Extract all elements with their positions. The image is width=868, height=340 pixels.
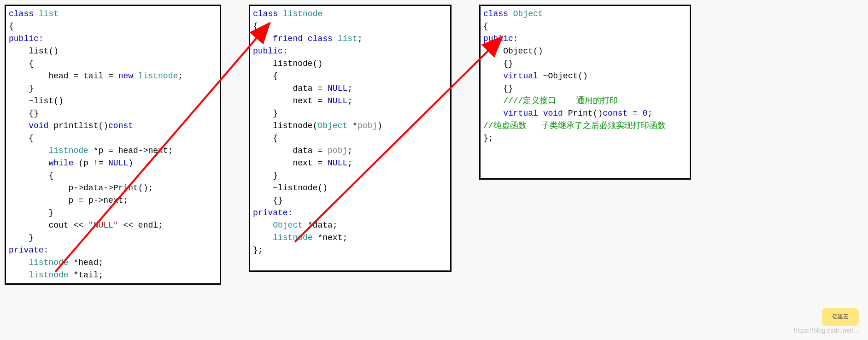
text: data = (253, 84, 328, 93)
brace: } (9, 208, 53, 217)
text: head = tail = (9, 71, 118, 81)
type-listnode: listnode (48, 146, 93, 155)
kw-while: while (48, 158, 78, 168)
str-null: "NULL" (88, 221, 123, 230)
kw-public: public: (483, 34, 518, 43)
text: ; (347, 84, 352, 93)
dtor-list: ~list() (9, 96, 64, 106)
text: data = (253, 146, 328, 155)
text: ) (128, 158, 133, 168)
text: * (352, 121, 358, 130)
kw-new: new (118, 71, 138, 81)
text: ; (648, 109, 653, 118)
indent (483, 109, 503, 118)
brace: { (483, 22, 488, 31)
lit-null: NULL (328, 158, 347, 168)
brace: } (253, 171, 278, 180)
member-next: *next; (317, 233, 347, 242)
comment-interface: ////定义接口 通用的打印 (483, 96, 618, 106)
kw-class: class (253, 9, 283, 18)
kw-friend-class: friend class (273, 34, 337, 43)
brace: { (9, 59, 34, 68)
kw-public: public: (9, 34, 44, 43)
stmt-next: p = p->next; (9, 196, 128, 205)
indent (483, 71, 503, 81)
code-panel-list: class list { public: list() { head = tai… (5, 5, 221, 285)
lit-zero: 0 (643, 109, 648, 118)
type-listnode: listnode (138, 71, 178, 81)
brace: } (9, 84, 34, 93)
text: listnode( (253, 121, 317, 130)
kw-const: const (603, 109, 633, 118)
indent (253, 233, 273, 242)
empty-body: {} (483, 59, 513, 68)
lit-null: NULL (328, 96, 347, 106)
empty-body: {} (253, 196, 283, 205)
fn-printlist: printlist() (53, 121, 108, 130)
comment-pure-virtual: //纯虚函数 子类继承了之后必须实现打印函数 (483, 121, 666, 130)
member-tail: *tail; (73, 270, 103, 280)
kw-class: class (9, 9, 39, 18)
indent (9, 270, 29, 280)
kw-virtual-void: virtual void (503, 109, 568, 118)
close: }; (483, 134, 493, 143)
code-panel-listnode: class listnode { friend class list; publ… (249, 5, 452, 272)
site-badge: 亿速云 (822, 308, 859, 326)
type-object: Object (317, 121, 352, 130)
lit-null: NULL (328, 84, 347, 93)
text: << endl; (123, 221, 163, 230)
kw-public: public: (253, 47, 288, 56)
lit-null: NULL (108, 158, 128, 168)
text: ; (347, 96, 352, 106)
text: = (633, 109, 643, 118)
kw-void: void (29, 121, 53, 130)
brace: } (9, 233, 34, 242)
param-pobj: pobj (328, 146, 347, 155)
text: ) (377, 121, 382, 130)
text: ; (347, 158, 352, 168)
fn-print: Print() (568, 109, 603, 118)
code-panel-object: class Object { public: Object() {} virtu… (479, 5, 691, 180)
code-block-listnode: class listnode { friend class list; publ… (253, 8, 447, 257)
brace: { (253, 71, 278, 81)
indent (9, 146, 48, 155)
stmt-print: p->data->Print(); (9, 183, 153, 193)
text: cout << (9, 221, 88, 230)
empty-body: {} (9, 109, 39, 118)
indent (253, 34, 273, 43)
dtor-listnode: ~listnode() (253, 183, 328, 193)
member-data: *data; (308, 221, 338, 230)
watermark-text: https://blog.csdn.net/... (794, 326, 859, 335)
brace: { (9, 134, 34, 143)
brace: { (253, 134, 278, 143)
type-listnode: listnode (29, 258, 73, 267)
indent (9, 158, 48, 168)
kw-const: const (108, 121, 133, 130)
param-pobj: pobj (358, 121, 377, 130)
badge-text: 亿速云 (832, 313, 849, 321)
member-head: *head; (73, 258, 103, 267)
type-list: list (39, 9, 59, 18)
type-listnode: listnode (283, 9, 323, 18)
code-panels: class list { public: list() { head = tai… (5, 5, 863, 285)
code-block-list: class list { public: list() { head = tai… (9, 8, 217, 281)
brace: { (9, 22, 14, 31)
indent (9, 121, 29, 130)
ctor-object: Object() (483, 47, 543, 56)
kw-private: private: (253, 208, 293, 217)
code-block-object: class Object { public: Object() {} virtu… (483, 8, 687, 145)
type-list: list (338, 34, 358, 43)
kw-private: private: (9, 246, 48, 255)
text: (p != (78, 158, 108, 168)
brace: { (253, 22, 258, 31)
type-object: Object (513, 9, 543, 18)
kw-virtual: virtual (503, 71, 543, 81)
ctor-listnode: listnode() (253, 59, 323, 68)
brace: { (9, 171, 53, 180)
text: ; (347, 146, 352, 155)
close: }; (253, 246, 263, 255)
type-object: Object (273, 221, 308, 230)
brace: } (253, 109, 278, 118)
indent (9, 258, 29, 267)
type-listnode: listnode (273, 233, 317, 242)
